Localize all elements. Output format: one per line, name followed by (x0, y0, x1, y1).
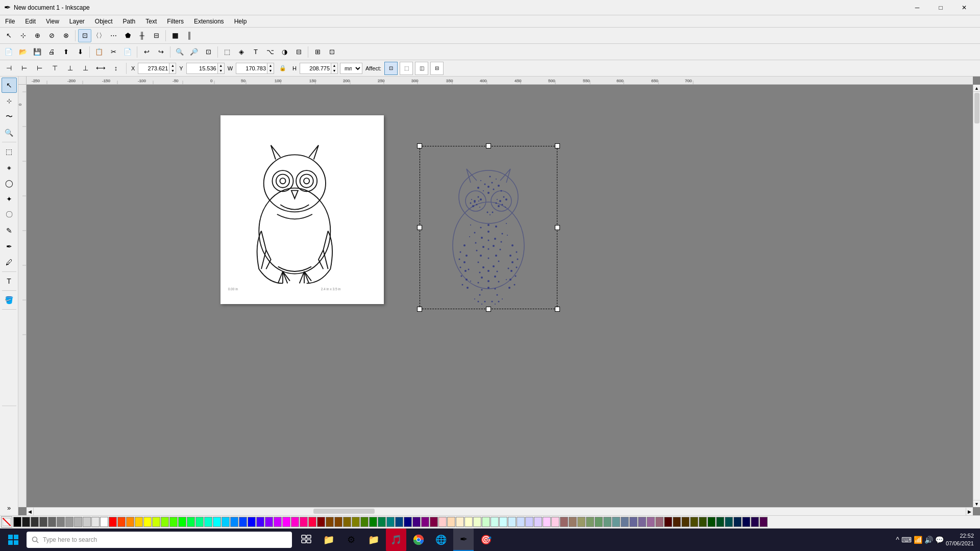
scroll-left-btn[interactable]: ◀ (27, 508, 34, 515)
color-swatch[interactable] (534, 517, 542, 527)
y-input[interactable] (186, 63, 218, 74)
files-btn[interactable]: 📁 (363, 529, 384, 551)
color-swatch[interactable] (517, 517, 525, 527)
xml-btn[interactable]: ⌥ (263, 45, 277, 59)
tool-node[interactable]: ⊹ (2, 93, 17, 109)
affect-btn-2[interactable]: ⬚ (400, 62, 413, 75)
notification-icon[interactable]: 💬 (935, 536, 944, 544)
color-swatch[interactable] (239, 517, 247, 527)
scroll-right-btn[interactable]: ▶ (966, 508, 973, 515)
lock-aspect-btn[interactable]: 🔒 (276, 62, 289, 75)
color-swatch[interactable] (282, 517, 290, 527)
color-swatch[interactable] (725, 517, 733, 527)
color-swatch[interactable] (152, 517, 160, 527)
color-swatch[interactable] (204, 517, 212, 527)
color-swatch[interactable] (248, 517, 256, 527)
color-swatch[interactable] (621, 517, 629, 527)
print-btn[interactable]: 🖨 (45, 45, 58, 59)
file-explorer-btn[interactable]: 📁 (318, 529, 339, 551)
h-input[interactable] (300, 63, 331, 74)
object-props-btn[interactable]: ⬚ (220, 45, 234, 59)
align-top-btn[interactable]: ⊤ (48, 62, 61, 75)
inkscape-btn[interactable]: ✒ (453, 529, 474, 551)
maximize-button[interactable]: □ (929, 0, 952, 15)
color-swatch[interactable] (499, 517, 507, 527)
y-down[interactable]: ▼ (218, 68, 224, 73)
node-tool-btn[interactable]: ⊹ (16, 29, 30, 42)
color-swatch[interactable] (386, 517, 395, 527)
canvas-area[interactable]: -250 -200 -150 -100 -50 0 50 100 150 200… (18, 77, 980, 515)
snap-btn-2[interactable]: 〈〉 (92, 29, 106, 42)
tool-3d-box[interactable]: ◈ (2, 160, 17, 175)
color-swatch[interactable] (612, 517, 620, 527)
color-swatch[interactable] (456, 517, 464, 527)
scroll-down-btn[interactable]: ▼ (973, 500, 980, 507)
guide-toggle[interactable]: ║ (183, 29, 196, 42)
undo-btn[interactable]: ↩ (140, 45, 153, 59)
start-button[interactable] (2, 529, 24, 551)
color-swatch[interactable] (65, 517, 74, 527)
menu-file[interactable]: File (0, 15, 20, 27)
color-swatch[interactable] (404, 517, 412, 527)
tool-pen[interactable]: ✒ (2, 239, 17, 254)
snap-btn-6[interactable]: ⊟ (150, 29, 163, 42)
h-down[interactable]: ▼ (331, 68, 337, 73)
color-swatch[interactable] (699, 517, 707, 527)
no-color-btn[interactable] (1, 516, 12, 528)
x-spinbox[interactable]: ▲ ▼ (138, 63, 176, 74)
cut-btn[interactable]: ✂ (107, 45, 120, 59)
minimize-button[interactable]: ─ (905, 0, 929, 15)
h-spinbox[interactable]: ▲ ▼ (300, 63, 338, 74)
dist-h-btn[interactable]: ⟷ (94, 62, 107, 75)
tweak-btn[interactable]: ⊕ (31, 29, 44, 42)
color-swatch[interactable] (126, 517, 134, 527)
color-swatch[interactable] (760, 517, 768, 527)
zoom-in-btn[interactable]: 🔎 (187, 45, 201, 59)
color-swatch[interactable] (681, 517, 690, 527)
color-swatch[interactable] (360, 517, 369, 527)
color-swatch[interactable] (629, 517, 638, 527)
color-swatch[interactable] (543, 517, 551, 527)
volume-icon[interactable]: 🔊 (924, 536, 933, 544)
music-btn[interactable]: 🎵 (386, 529, 406, 551)
color-swatch[interactable] (213, 517, 221, 527)
color-swatch[interactable] (560, 517, 568, 527)
menu-edit[interactable]: Edit (20, 15, 41, 27)
select-tool-btn[interactable]: ↖ (2, 29, 15, 42)
color-swatch[interactable] (638, 517, 646, 527)
unit-select[interactable]: mm px in pt (340, 63, 362, 74)
import-btn[interactable]: ⬆ (59, 45, 72, 59)
color-swatch[interactable] (222, 517, 230, 527)
text-btn[interactable]: T (249, 45, 262, 59)
color-swatch[interactable] (369, 517, 377, 527)
color-swatch[interactable] (569, 517, 577, 527)
scroll-up-btn[interactable]: ▲ (973, 85, 980, 92)
color-swatch[interactable] (586, 517, 594, 527)
color-swatch[interactable] (482, 517, 490, 527)
color-swatch[interactable] (317, 517, 325, 527)
menu-text[interactable]: Text (140, 15, 162, 27)
color-swatch[interactable] (274, 517, 282, 527)
snap-btn-5[interactable]: ╫ (135, 29, 149, 42)
align-center-btn[interactable]: ⊢ (17, 62, 31, 75)
chrome-btn[interactable] (408, 529, 429, 551)
tool-rect[interactable]: ⬚ (2, 144, 17, 159)
color-swatch[interactable] (187, 517, 195, 527)
w-up[interactable]: ▲ (267, 63, 274, 68)
color-swatch[interactable] (100, 517, 108, 527)
measure-btn[interactable]: ⊗ (59, 29, 72, 42)
taskbar-search[interactable]: Type here to search (27, 532, 292, 548)
color-swatch[interactable] (265, 517, 273, 527)
snap-btn-4[interactable]: ⬟ (121, 29, 134, 42)
show-hidden-btn[interactable]: ^ (896, 536, 899, 544)
affect-btn-4[interactable]: ⊟ (430, 62, 444, 75)
color-swatch[interactable] (395, 517, 403, 527)
color-swatch[interactable] (603, 517, 611, 527)
menu-extensions[interactable]: Extensions (189, 15, 229, 27)
color-swatch[interactable] (647, 517, 655, 527)
keyboard-btn[interactable]: ⌨ (901, 536, 912, 544)
color-swatch[interactable] (595, 517, 603, 527)
color-swatch[interactable] (343, 517, 351, 527)
color-swatch[interactable] (117, 517, 126, 527)
task-view-btn[interactable] (296, 529, 316, 551)
